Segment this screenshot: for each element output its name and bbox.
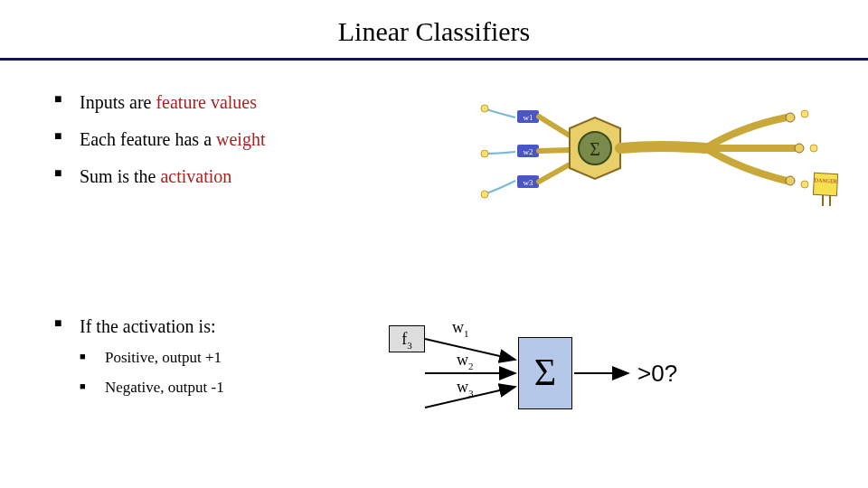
w-label: w [457,351,468,369]
weight-label-2: w2 [457,351,474,371]
w-label: w [457,378,468,396]
bullet-text: Each feature has a [80,129,216,149]
svg-point-10 [786,176,795,185]
bullet-text: If the activation is: [80,316,216,336]
svg-point-13 [801,181,808,188]
bullet-text: Sum is the [80,166,160,186]
svg-point-0 [481,105,488,112]
w-sub: 3 [468,388,474,399]
w-label: w [452,318,464,336]
svg-point-8 [786,113,795,122]
weight-label-1: w1 [452,318,469,339]
sub-bullet-negative: Negative, output -1 [80,378,224,399]
svg-point-2 [481,191,488,198]
svg-point-12 [810,145,817,152]
w-sub: 1 [464,328,469,339]
page-title: Linear Classifiers [0,0,868,58]
svg-point-11 [801,110,808,117]
weight-label-3: w3 [457,378,474,399]
w-sub: 2 [468,361,474,371]
bullet-term: activation [160,166,231,186]
diagram-arrows [389,325,823,452]
lower-bullets: If the activation is: Positive, output +… [54,314,224,411]
bullet-term: weight [216,129,265,149]
neuron-sigma: Σ [590,139,600,159]
title-rule [0,58,868,61]
neuron-w3-label: w3 [524,178,533,187]
neuron-cartoon: w1 w2 w3 Σ DANGER [479,90,841,217]
sub-bullet-positive: Positive, output +1 [80,348,224,369]
neuron-w2-label: w2 [524,147,533,156]
svg-rect-14 [813,173,837,195]
perceptron-diagram: f1 f2 f3 w1 w2 w3 Σ >0? [389,325,823,452]
neuron-w1-label: w1 [524,113,533,122]
bullet-if-activation: If the activation is: Positive, output +… [54,314,224,399]
sigma-box: Σ [518,337,572,409]
bullet-text: Inputs are [80,92,156,112]
threshold-label: >0? [637,360,677,388]
svg-point-9 [795,144,804,153]
bullet-term: feature values [156,92,257,112]
svg-point-1 [481,150,488,157]
